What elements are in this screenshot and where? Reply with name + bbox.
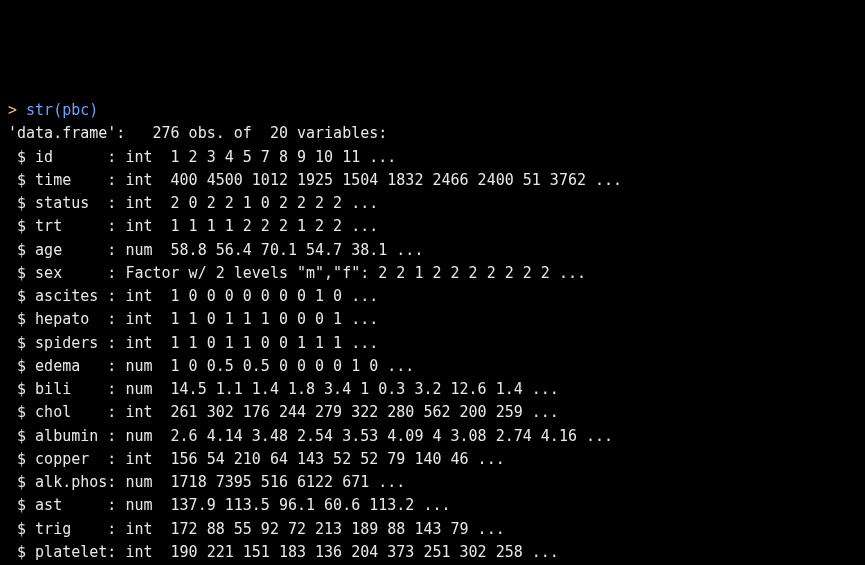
- output-variable-line: $ ast : num 137.9 113.5 96.1 60.6 113.2 …: [8, 494, 857, 517]
- output-variable-line: $ albumin : num 2.6 4.14 3.48 2.54 3.53 …: [8, 425, 857, 448]
- output-variable-line: $ sex : Factor w/ 2 levels "m","f": 2 2 …: [8, 262, 857, 285]
- output-header: 'data.frame': 276 obs. of 20 variables:: [8, 122, 857, 145]
- prompt-symbol: >: [8, 101, 26, 119]
- output-variable-line: $ edema : num 1 0 0.5 0.5 0 0 0 0 1 0 ..…: [8, 355, 857, 378]
- output-variable-line: $ chol : int 261 302 176 244 279 322 280…: [8, 401, 857, 424]
- output-variable-line: $ hepato : int 1 1 0 1 1 1 0 0 0 1 ...: [8, 308, 857, 331]
- output-variable-line: $ ascites : int 1 0 0 0 0 0 0 0 1 0 ...: [8, 285, 857, 308]
- output-variable-line: $ age : num 58.8 56.4 70.1 54.7 38.1 ...: [8, 239, 857, 262]
- output-variable-line: $ status : int 2 0 2 2 1 0 2 2 2 2 ...: [8, 192, 857, 215]
- command-text: str(pbc): [26, 101, 98, 119]
- output-variable-line: $ time : int 400 4500 1012 1925 1504 183…: [8, 169, 857, 192]
- output-variable-line: $ trt : int 1 1 1 1 2 2 2 1 2 2 ...: [8, 215, 857, 238]
- output-variable-line: $ bili : num 14.5 1.1 1.4 1.8 3.4 1 0.3 …: [8, 378, 857, 401]
- output-variable-line: $ copper : int 156 54 210 64 143 52 52 7…: [8, 448, 857, 471]
- output-variables: $ id : int 1 2 3 4 5 7 8 9 10 11 ... $ t…: [8, 146, 857, 566]
- command-line: > str(pbc): [8, 99, 857, 122]
- output-variable-line: $ trig : int 172 88 55 92 72 213 189 88 …: [8, 518, 857, 541]
- output-variable-line: $ id : int 1 2 3 4 5 7 8 9 10 11 ...: [8, 146, 857, 169]
- output-variable-line: $ spiders : int 1 1 0 1 1 0 0 1 1 1 ...: [8, 332, 857, 355]
- output-variable-line: $ platelet: int 190 221 151 183 136 204 …: [8, 541, 857, 564]
- output-variable-line: $ alk.phos: num 1718 7395 516 6122 671 .…: [8, 471, 857, 494]
